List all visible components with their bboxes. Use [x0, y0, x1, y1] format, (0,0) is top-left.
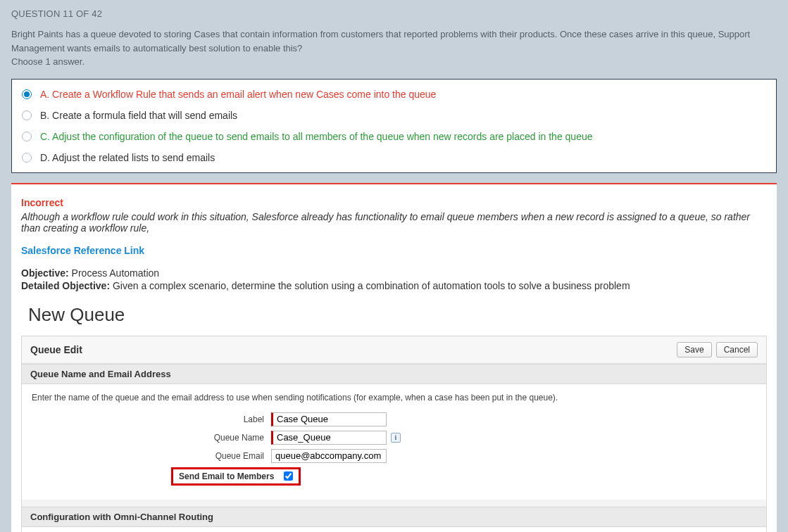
sf-edit-panel: Queue Edit Save Cancel Queue Name and Em…: [21, 336, 767, 533]
answer-b-text: B. Create a formula field that will send…: [40, 110, 237, 121]
save-button[interactable]: Save: [677, 342, 711, 357]
info-icon[interactable]: i: [391, 433, 401, 443]
radio-b[interactable]: [22, 110, 32, 120]
radio-c[interactable]: [22, 132, 32, 141]
sf-input-label[interactable]: [271, 412, 387, 426]
sf-label-label: Label: [32, 414, 271, 424]
question-instruction: Choose 1 answer.: [11, 55, 777, 69]
sf-omni-body: If your organization uses Omni-Channel, …: [22, 527, 766, 533]
feedback-status: Incorrect: [21, 197, 767, 208]
answer-b[interactable]: B. Create a formula field that will send…: [12, 105, 776, 126]
detailed-objective-line: Detailed Objective: Given a complex scen…: [21, 280, 767, 291]
sf-label-queue-email: Queue Email: [32, 451, 271, 461]
sf-section-name-email: Queue Name and Email Address: [22, 364, 766, 384]
answer-c-text: C. Adjust the configuration of the queue…: [40, 131, 593, 142]
sf-label-send-email: Send Email to Members: [179, 471, 274, 481]
feedback-explanation: Although a workflow rule could work in t…: [21, 211, 767, 234]
radio-a[interactable]: [22, 89, 32, 99]
question-prompt: Bright Paints has a queue devoted to sto…: [0, 25, 788, 79]
reference-link[interactable]: Salesforce Reference Link: [21, 245, 767, 256]
radio-d[interactable]: [22, 153, 32, 163]
sf-input-queue-name[interactable]: [271, 431, 387, 445]
cancel-button[interactable]: Cancel: [716, 342, 758, 357]
objective-label: Objective:: [21, 267, 69, 279]
answer-a[interactable]: A. Create a Workflow Rule that sends an …: [12, 84, 776, 105]
reference-screenshot: New Queue Queue Edit Save Cancel Queue N…: [21, 304, 767, 533]
detailed-objective-text: Given a complex scenario, determine the …: [110, 280, 630, 291]
answer-a-text: A. Create a Workflow Rule that sends an …: [40, 89, 436, 100]
answer-d[interactable]: D. Adjust the related lists to send emai…: [12, 147, 776, 168]
sf-row-queue-name: Queue Name i: [32, 431, 756, 445]
sf-section-description: Enter the name of the queue and the emai…: [32, 393, 756, 403]
sf-label-queue-name: Queue Name: [32, 433, 271, 443]
question-text: Bright Paints has a queue devoted to sto…: [11, 27, 777, 55]
sf-section-body: Enter the name of the queue and the emai…: [22, 384, 766, 500]
sf-row-queue-email: Queue Email: [32, 449, 756, 463]
objective-line: Objective: Process Automation: [21, 267, 767, 279]
sf-panel-header: Queue Edit Save Cancel: [22, 336, 766, 364]
feedback-panel: Incorrect Although a workflow rule could…: [11, 183, 777, 533]
sf-row-label: Label: [32, 412, 756, 426]
answers-container: A. Create a Workflow Rule that sends an …: [11, 79, 777, 173]
detailed-objective-label: Detailed Objective:: [21, 280, 110, 291]
question-counter: QUESTION 11 OF 42: [0, 0, 788, 25]
sf-panel-title: Queue Edit: [30, 344, 82, 355]
sf-input-queue-email[interactable]: [271, 449, 387, 463]
sf-row-send-email: Send Email to Members: [32, 467, 756, 486]
sf-page-title: New Queue: [28, 304, 767, 326]
highlight-send-email: Send Email to Members: [171, 467, 301, 486]
sf-section-omni: Configuration with Omni-Channel Routing: [22, 507, 766, 527]
objective-text: Process Automation: [69, 267, 159, 279]
sf-checkbox-send-email[interactable]: [284, 471, 293, 481]
answer-d-text: D. Adjust the related lists to send emai…: [40, 152, 215, 163]
answer-c[interactable]: C. Adjust the configuration of the queue…: [12, 126, 776, 147]
